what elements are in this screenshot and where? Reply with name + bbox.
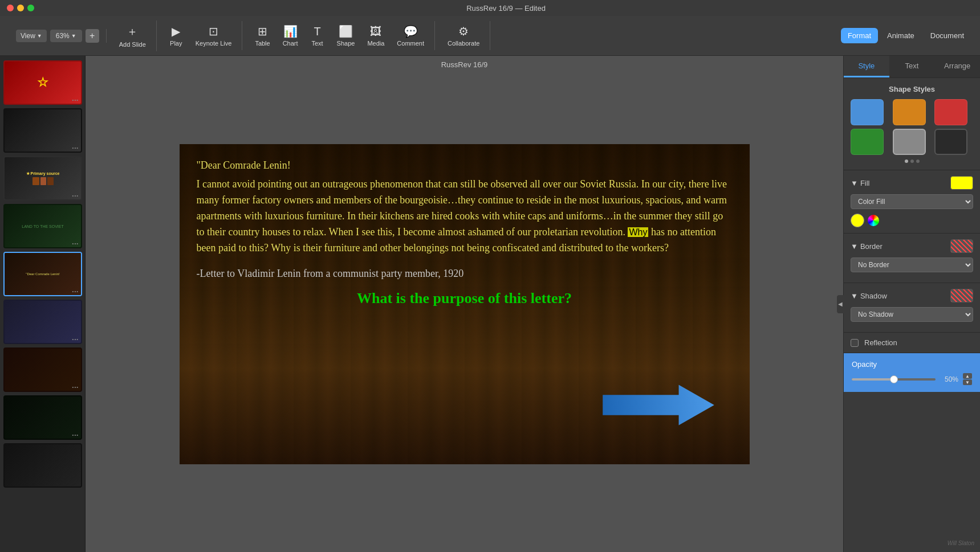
shape-style-dots	[851, 160, 973, 163]
keynote-live-button[interactable]: ⊡ Keynote Live	[190, 21, 238, 50]
reflection-section: Reflection	[844, 333, 980, 353]
swatch-dark[interactable]	[934, 129, 967, 155]
fill-type-row: Color Fill	[851, 194, 973, 209]
shadow-color-preview[interactable]	[950, 289, 973, 302]
slide-8-dots: •••	[72, 432, 79, 437]
zoom-button[interactable]: 63% ▼	[50, 30, 82, 42]
add-slide-button[interactable]: ＋ Add Slide	[113, 21, 152, 51]
opacity-value: 50%	[940, 375, 958, 383]
slide-2-dots: •••	[72, 145, 79, 150]
add-slide-label: Add Slide	[119, 41, 146, 48]
slide-1-dots: •••	[72, 97, 79, 103]
dot-3	[916, 160, 920, 163]
zoom-plus-button[interactable]: +	[86, 29, 99, 43]
shape-styles-title: Shape Styles	[851, 85, 973, 93]
shape-label: Shape	[337, 40, 355, 47]
slide-canvas[interactable]: "Dear Comrade Lenin! I cannot avoid poin…	[180, 144, 750, 464]
swatch-blue[interactable]	[851, 99, 884, 125]
table-button[interactable]: ⊞ Table	[249, 21, 275, 50]
color-wheel-icon[interactable]	[868, 215, 879, 226]
close-button[interactable]	[7, 5, 14, 11]
border-header: ▼ Border	[851, 239, 973, 253]
border-label: ▼ Border	[851, 242, 883, 251]
text-icon: T	[314, 25, 320, 38]
reflection-checkbox[interactable]	[851, 339, 859, 347]
shape-icon: ⬜	[339, 24, 353, 38]
tab-style[interactable]: Style	[844, 56, 889, 77]
swatch-gray[interactable]	[893, 129, 926, 155]
animate-button[interactable]: Animate	[880, 28, 921, 43]
shape-styles-section: Shape Styles	[844, 78, 980, 170]
swatch-green[interactable]	[851, 129, 884, 155]
minimize-button[interactable]	[17, 5, 24, 11]
opacity-decrement-button[interactable]: ▼	[963, 379, 972, 385]
add-slide-icon: ＋	[127, 24, 138, 39]
fill-type-select[interactable]: Color Fill	[851, 194, 973, 209]
letter-quote: "Dear Comrade Lenin!	[197, 158, 733, 174]
comment-icon: 💬	[404, 24, 418, 38]
shadow-type-select[interactable]: No Shadow	[851, 307, 973, 322]
reflection-label: Reflection	[851, 338, 897, 347]
format-button[interactable]: Format	[841, 28, 878, 43]
shadow-label: ▼ Shadow	[851, 292, 887, 300]
table-label: Table	[255, 40, 270, 47]
collaborate-group: ⚙ Collaborate	[437, 21, 490, 50]
border-section: ▼ Border No Border	[844, 234, 980, 283]
slide-thumbnail-1[interactable]: ☆ •••	[3, 60, 82, 105]
panel-collapse-button[interactable]: ◀	[837, 295, 844, 313]
media-label: Media	[367, 40, 384, 47]
slide-thumbnail-9[interactable]	[3, 443, 82, 488]
opacity-increment-button[interactable]: ▲	[963, 373, 972, 379]
slide-thumbnail-3[interactable]: ★ Primary source •••	[3, 156, 82, 201]
slide-thumbnail-7[interactable]: •••	[3, 347, 82, 392]
play-button[interactable]: ▶ Play	[164, 21, 189, 50]
fill-color-preview[interactable]	[950, 176, 973, 190]
chart-button[interactable]: 📊 Chart	[277, 21, 304, 50]
document-button[interactable]: Document	[924, 28, 971, 43]
swatch-red[interactable]	[934, 99, 967, 125]
slide-thumbnail-4[interactable]: LAND TO THE SOVIET •••	[3, 204, 82, 248]
canvas-area: RussRev 16/9 "Dear Comrade Lenin! I cann…	[86, 56, 843, 552]
comment-button[interactable]: 💬 Comment	[391, 21, 430, 50]
title-bar: RussRev 16/9 — Edited	[0, 0, 980, 16]
tab-text[interactable]: Text	[889, 56, 935, 77]
play-label: Play	[170, 40, 182, 47]
fill-header: ▼ Fill	[851, 176, 973, 190]
zoom-chevron-icon: ▼	[71, 33, 76, 39]
border-type-select[interactable]: No Border	[851, 257, 973, 272]
zoom-value: 63%	[56, 32, 70, 40]
collaborate-button[interactable]: ⚙ Collaborate	[442, 21, 485, 50]
opacity-row: 50% ▲ ▼	[852, 373, 972, 385]
question-text: What is the purpose of this letter?	[197, 290, 733, 307]
chart-label: Chart	[283, 40, 298, 47]
svg-marker-0	[603, 385, 714, 425]
border-color-preview[interactable]	[950, 239, 973, 253]
swatch-orange[interactable]	[893, 99, 926, 125]
media-button[interactable]: 🖼 Media	[361, 22, 390, 50]
fill-label: ▼ Fill	[851, 179, 869, 187]
slide-thumbnail-8[interactable]: •••	[3, 395, 82, 440]
collaborate-icon: ⚙	[458, 24, 469, 38]
border-type-row: No Border	[851, 257, 973, 272]
text-label: Text	[311, 40, 323, 47]
slide-thumbnail-2[interactable]: •••	[3, 108, 82, 153]
maximize-button[interactable]	[27, 5, 34, 11]
collaborate-label: Collaborate	[448, 40, 479, 47]
view-button[interactable]: View ▼	[16, 30, 47, 42]
opacity-section: Opacity 50% ▲ ▼	[844, 353, 980, 392]
slide-7-dots: •••	[72, 385, 79, 390]
slide-thumbnail-6[interactable]: •••	[3, 300, 82, 344]
opacity-slider-thumb[interactable]	[890, 375, 898, 383]
right-panel-tabs: Style Text Arrange	[844, 56, 980, 78]
text-button[interactable]: T Text	[305, 22, 330, 50]
arrow-overlay[interactable]	[601, 382, 715, 430]
tab-arrange[interactable]: Arrange	[934, 56, 980, 77]
shadow-section: ▼ Shadow No Shadow	[844, 283, 980, 333]
opacity-slider-track[interactable]	[852, 378, 936, 381]
play-icon: ▶	[172, 24, 180, 38]
chart-icon: 📊	[283, 24, 298, 38]
fill-color-circle[interactable]	[851, 214, 864, 227]
slide-3-dots: •••	[72, 193, 79, 198]
shape-button[interactable]: ⬜ Shape	[331, 21, 361, 50]
slide-thumbnail-5[interactable]: "Dear Comrade Lenin! •••	[3, 252, 82, 296]
